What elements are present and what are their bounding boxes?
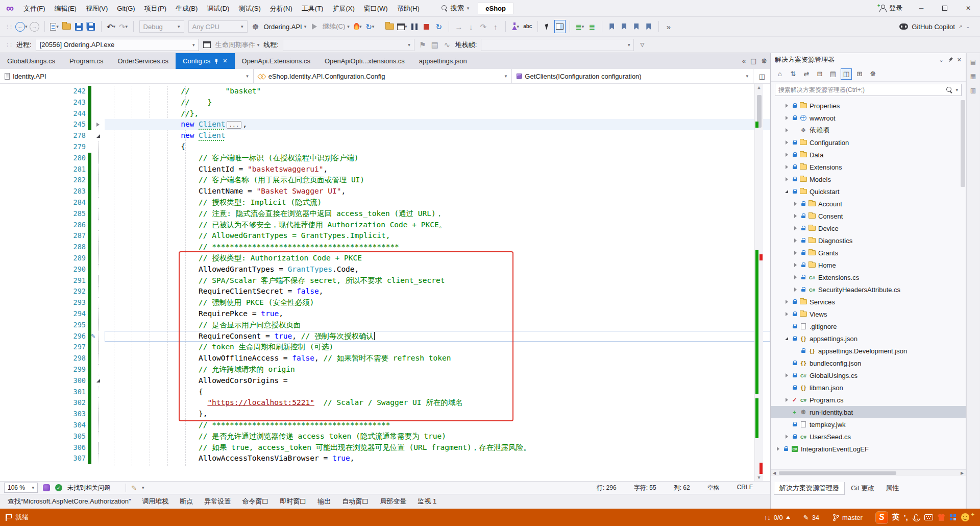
tree-item[interactable]: Data — [771, 149, 966, 161]
breadcrumb-class[interactable]: eShop.Identity.API.Configuration.Config▾ — [254, 69, 512, 83]
editor-line[interactable]: 283ClientName = "Basket Swagger UI", — [0, 186, 770, 197]
menu-item[interactable]: 文件(F) — [19, 1, 50, 16]
fold-margin[interactable] — [91, 230, 105, 242]
home-icon[interactable]: ⌂ — [775, 69, 785, 79]
expander[interactable] — [783, 435, 790, 439]
fold-margin[interactable] — [91, 141, 105, 153]
filter-icon[interactable]: ▽ — [637, 39, 647, 51]
tree-item[interactable]: Diagnostics — [771, 234, 966, 247]
tab-globalusings-cs[interactable]: GlobalUsings.cs — [0, 53, 62, 69]
tree-item[interactable]: +☸run-identity.bat — [771, 406, 966, 418]
tree-vertical-scrollbar[interactable] — [961, 100, 965, 187]
fold-margin[interactable] — [91, 286, 105, 297]
menu-item[interactable]: 视图(V) — [81, 1, 112, 16]
collapse-expand-icon[interactable] — [96, 123, 100, 127]
step-over-icon[interactable]: → — [454, 20, 464, 33]
fold-margin[interactable] — [91, 320, 105, 331]
expander[interactable] — [775, 447, 781, 451]
editor-line[interactable]: 300AllowedCorsOrigins = — [0, 375, 770, 387]
editor-line[interactable]: 298AllowOfflineAccess = false, // 如果暂时不需… — [0, 353, 770, 364]
expander[interactable] — [783, 153, 790, 157]
editor-line[interactable]: 290AllowedGrantTypes = GrantTypes.Code, — [0, 264, 770, 275]
editor-line[interactable]: 289// 授权类型: Authorization Code + PKCE — [0, 253, 770, 264]
gear-icon[interactable]: ☸ — [251, 20, 261, 33]
tree-item[interactable]: Consent — [771, 210, 966, 222]
expander[interactable] — [792, 202, 798, 206]
fold-margin[interactable] — [91, 242, 105, 253]
fold-margin[interactable] — [91, 119, 105, 130]
fold-margin[interactable] — [91, 153, 105, 164]
tool-tab[interactable]: Git 更改 — [846, 482, 879, 494]
tree-item[interactable]: {}appsettings.json — [771, 332, 966, 345]
sogou-logo-icon[interactable]: S — [876, 512, 888, 523]
tree-item[interactable]: tempkey.jwk — [771, 418, 966, 431]
fold-margin[interactable] — [91, 108, 105, 119]
tree-item[interactable]: Services — [771, 296, 966, 308]
panel-close-icon[interactable]: ✕ — [957, 57, 962, 63]
tree-item[interactable]: C#SecurityHeadersAttribute.cs — [771, 283, 966, 296]
menu-item[interactable]: 调试(D) — [202, 1, 234, 16]
breakpoint-margin[interactable] — [0, 242, 57, 253]
menu-item[interactable]: 帮助(H) — [393, 1, 424, 16]
thread-label[interactable]: 线程: — [263, 40, 279, 50]
fold-margin[interactable] — [91, 253, 105, 264]
editor-line[interactable]: 278new Client — [0, 130, 770, 141]
fold-margin[interactable] — [91, 453, 105, 464]
eol-indicator[interactable]: CRLF — [737, 484, 753, 492]
copilot-chevron-icon[interactable]: ⌄ — [966, 24, 970, 29]
breakpoint-margin[interactable] — [0, 308, 57, 320]
fold-margin[interactable] — [91, 308, 105, 320]
fold-margin[interactable] — [91, 420, 105, 431]
expander[interactable] — [783, 312, 790, 316]
editor-line[interactable]: 284// 授权类型: Implicit (隐式流) — [0, 197, 770, 208]
scroll-up-icon[interactable]: ▲ — [755, 85, 763, 90]
editor-line[interactable]: 243// } — [0, 97, 770, 108]
breakpoint-margin[interactable] — [0, 119, 57, 130]
breakpoint-margin[interactable] — [0, 364, 57, 375]
breakpoint-margin[interactable] — [0, 208, 57, 220]
code-editor[interactable]: 242// "basket"243// }244//},245new Clien… — [0, 84, 770, 481]
expander[interactable] — [792, 263, 798, 267]
breakpoint-margin[interactable] — [0, 253, 57, 264]
fold-margin[interactable] — [91, 387, 105, 398]
editor-line[interactable]: 282// 客户端名称 (用于展示在同意页面或管理 UI) — [0, 175, 770, 186]
tree-item[interactable]: Grants — [771, 247, 966, 259]
lifecycle-events-button[interactable]: 生命周期事件▾ — [215, 40, 260, 50]
bottom-tab[interactable]: 局部变量 — [374, 494, 412, 509]
ime-punctuation-toggle[interactable]: ’, — [904, 513, 908, 521]
expander[interactable] — [792, 288, 798, 292]
test-flask-icon[interactable]: ▾ — [510, 20, 521, 33]
editor-line[interactable]: 299// 允许跨域请求的 origin — [0, 364, 770, 375]
editor-line[interactable]: 280// 客户端唯一标识 (在授权流程中识别客户端) — [0, 153, 770, 164]
breakpoint-margin[interactable] — [0, 264, 57, 275]
spaces-indicator[interactable]: 空格 — [707, 484, 720, 492]
fold-margin[interactable] — [91, 397, 105, 409]
editor-line[interactable]: 295// 是否显示用户同意授权页面 — [0, 320, 770, 331]
bottom-tab[interactable]: 监视 1 — [412, 494, 442, 509]
close-button[interactable]: ✕ — [957, 0, 980, 17]
stack-view-icon[interactable]: ▤ — [430, 39, 440, 51]
stop-icon[interactable] — [422, 20, 432, 33]
tree-item[interactable]: Home — [771, 259, 966, 271]
menu-item[interactable]: 分析(N) — [265, 1, 297, 16]
breakpoint-margin[interactable] — [0, 153, 57, 164]
scroll-left-icon[interactable]: ◀ — [771, 471, 778, 475]
expander[interactable] — [783, 398, 790, 402]
nav-back-icon[interactable]: ←▾ — [15, 20, 28, 33]
fold-margin[interactable] — [91, 409, 105, 420]
breakpoint-margin[interactable] — [0, 442, 57, 453]
step-into-icon[interactable]: ↓ — [466, 20, 476, 33]
microphone-icon[interactable] — [914, 514, 918, 520]
scroll-tabs-icon[interactable]: « — [742, 57, 746, 65]
fold-margin[interactable] — [91, 297, 105, 308]
tree-item[interactable]: C#Extensions.cs — [771, 271, 966, 283]
github-copilot-button[interactable]: GitHub Copilot ↗ ⌄ — [899, 23, 977, 31]
breakpoint-margin[interactable] — [0, 286, 57, 297]
breakpoint-margin[interactable] — [0, 97, 57, 108]
pending-edits-button[interactable]: ✎ 34 — [803, 514, 819, 521]
expander[interactable] — [783, 190, 790, 193]
fold-margin[interactable] — [91, 175, 105, 186]
tree-item[interactable]: Account — [771, 198, 966, 210]
editor-line[interactable]: 288// **********************************… — [0, 242, 770, 253]
open-file-icon[interactable] — [62, 20, 72, 33]
